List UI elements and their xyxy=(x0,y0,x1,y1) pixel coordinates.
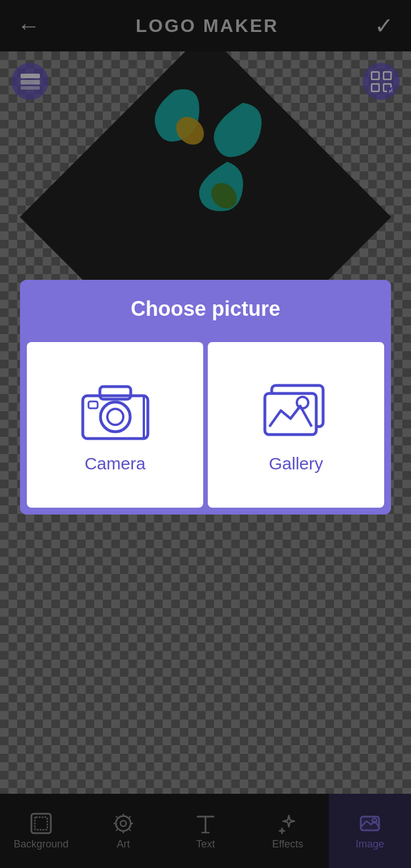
svg-point-13 xyxy=(100,402,130,432)
gallery-label: Gallery xyxy=(269,454,323,473)
modal-header: Choose picture xyxy=(20,280,391,335)
svg-rect-15 xyxy=(88,401,98,408)
modal-title: Choose picture xyxy=(131,297,280,320)
camera-icon xyxy=(78,380,152,443)
gallery-option[interactable]: Gallery xyxy=(208,342,384,508)
camera-label: Camera xyxy=(84,454,146,473)
svg-rect-12 xyxy=(100,387,131,399)
camera-option[interactable]: Camera xyxy=(27,342,203,508)
svg-point-14 xyxy=(107,409,123,425)
choose-picture-modal: Choose picture Camera xyxy=(20,280,391,515)
gallery-icon xyxy=(259,380,333,443)
modal-body: Camera Gallery xyxy=(20,335,391,515)
